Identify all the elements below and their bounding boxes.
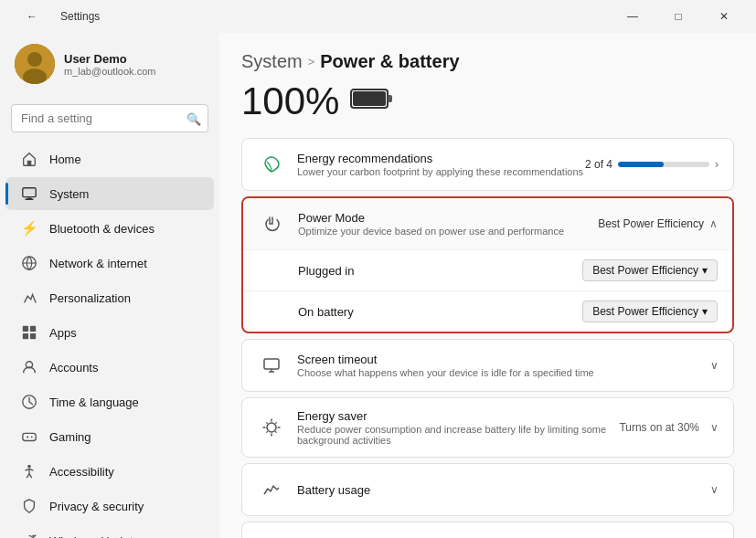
svg-rect-3 — [27, 161, 32, 165]
energy-recommendations-right: 2 of 4 › — [585, 158, 719, 171]
sidebar-item-bluetooth-label: Bluetooth & devices — [49, 222, 154, 236]
svg-rect-23 — [264, 359, 279, 369]
battery-usage-card: Battery usage ∨ — [241, 463, 734, 516]
sidebar-item-bluetooth[interactable]: ⚡ Bluetooth & devices — [5, 212, 214, 245]
energy-saver-icon — [257, 413, 286, 442]
svg-point-19 — [27, 465, 31, 469]
search-box: 🔍 — [11, 104, 208, 132]
sidebar-item-personalization-label: Personalization — [49, 291, 131, 305]
privacy-icon — [20, 497, 38, 515]
accessibility-icon — [20, 462, 38, 480]
progress-fill — [618, 162, 664, 167]
sidebar-item-home[interactable]: Home — [5, 142, 214, 175]
power-mode-text: Power Mode Optimize your device based on… — [298, 211, 598, 237]
energy-recommendations-title: Energy recommendations — [297, 152, 585, 165]
sidebar: User Demo m_lab@outlook.com 🔍 Home — [0, 33, 219, 538]
power-mode-row[interactable]: Power Mode Optimize your device based on… — [243, 198, 732, 249]
svg-rect-12 — [30, 333, 36, 339]
plugged-in-row[interactable]: Plugged in Best Power Efficiency ▾ — [243, 249, 732, 290]
close-button[interactable]: ✕ — [703, 4, 745, 29]
sidebar-item-gaming[interactable]: Gaming — [5, 420, 214, 453]
user-email: m_lab@outlook.com — [64, 66, 205, 77]
screen-timeout-text: Screen timeout Choose what happens when … — [297, 353, 710, 378]
svg-rect-21 — [353, 91, 386, 106]
sidebar-item-system[interactable]: System — [5, 177, 214, 210]
energy-saver-card: Energy saver Reduce power consumption an… — [241, 397, 734, 458]
on-battery-chevron: ▾ — [702, 305, 708, 318]
screen-timeout-desc: Choose what happens when your device is … — [297, 367, 710, 378]
on-battery-value: Best Power Efficiency — [592, 305, 698, 318]
plugged-in-label: Plugged in — [298, 264, 582, 278]
maximize-button[interactable]: □ — [657, 4, 699, 29]
sidebar-item-gaming-label: Gaming — [49, 430, 91, 444]
main-content: System > Power & battery 100% — [219, 33, 756, 538]
sidebar-item-home-label: Home — [49, 153, 81, 166]
svg-point-18 — [31, 437, 33, 438]
energy-count: 2 of 4 — [585, 158, 612, 171]
sidebar-item-time[interactable]: Time & language — [5, 385, 214, 418]
sidebar-item-apps[interactable]: Apps — [5, 316, 214, 349]
on-battery-row[interactable]: On battery Best Power Efficiency ▾ — [243, 290, 732, 332]
apps-icon — [20, 323, 38, 342]
power-mode-title: Power Mode — [298, 211, 598, 225]
title-bar-title: Settings — [60, 10, 100, 23]
energy-saver-row[interactable]: Energy saver Reduce power consumption an… — [242, 398, 733, 457]
plugged-in-dropdown[interactable]: Best Power Efficiency ▾ — [582, 259, 718, 281]
battery-usage-chevron: ∨ — [710, 483, 719, 496]
energy-saver-turns-on: Turns on at 30% — [619, 421, 699, 434]
search-input[interactable] — [11, 104, 208, 132]
svg-rect-11 — [23, 333, 28, 339]
power-mode-chevron: ∧ — [709, 217, 718, 230]
svg-point-26 — [267, 423, 276, 432]
sidebar-item-privacy[interactable]: Privacy & security — [5, 490, 214, 522]
time-icon — [20, 393, 38, 411]
screen-timeout-title: Screen timeout — [297, 353, 710, 366]
sidebar-item-network-label: Network & internet — [49, 257, 147, 270]
energy-recommendations-desc: Lower your carbon footprint by applying … — [297, 166, 585, 177]
title-bar: ← Settings — □ ✕ — [0, 0, 756, 33]
sidebar-item-accounts[interactable]: Accounts — [5, 351, 214, 384]
power-mode-right: Best Power Efficiency ∧ — [598, 217, 718, 230]
avatar-image — [15, 44, 55, 84]
network-icon — [20, 254, 38, 272]
power-button-row[interactable]: Power button controls Choose what happen… — [242, 522, 733, 538]
energy-saver-title: Energy saver — [297, 409, 619, 423]
sidebar-item-accounts-label: Accounts — [49, 361, 98, 374]
sidebar-item-apps-label: Apps — [49, 326, 77, 340]
sidebar-item-update-label: Windows Update — [49, 534, 139, 539]
accounts-icon — [20, 358, 38, 376]
energy-recommendations-row[interactable]: Energy recommendations Lower your carbon… — [242, 139, 733, 190]
battery-usage-row[interactable]: Battery usage ∨ — [242, 464, 733, 515]
bluetooth-icon: ⚡ — [20, 219, 38, 237]
power-mode-card: Power Mode Optimize your device based on… — [241, 196, 734, 333]
back-button[interactable]: ← — [11, 4, 53, 29]
minimize-button[interactable]: — — [612, 4, 654, 29]
user-profile[interactable]: User Demo m_lab@outlook.com — [0, 33, 219, 95]
battery-percent: 100% — [241, 79, 339, 123]
sidebar-item-network[interactable]: Network & internet — [5, 247, 214, 280]
battery-usage-text: Battery usage — [297, 483, 710, 497]
screen-timeout-row[interactable]: Screen timeout Choose what happens when … — [242, 340, 733, 391]
sidebar-item-system-label: System — [49, 187, 89, 201]
breadcrumb-separator: > — [308, 55, 315, 69]
system-icon — [20, 185, 38, 203]
app-container: User Demo m_lab@outlook.com 🔍 Home — [0, 33, 756, 538]
sidebar-item-update[interactable]: Windows Update — [5, 524, 214, 538]
sidebar-item-personalization[interactable]: Personalization — [5, 281, 214, 314]
title-bar-left: ← Settings — [11, 4, 100, 29]
progress-bar — [618, 162, 709, 167]
sidebar-item-time-label: Time & language — [49, 396, 139, 409]
energy-saver-desc: Reduce power consumption and increase ba… — [297, 424, 619, 446]
svg-point-1 — [27, 52, 42, 67]
on-battery-dropdown[interactable]: Best Power Efficiency ▾ — [582, 301, 718, 322]
energy-saver-right: Turns on at 30% ∨ — [619, 421, 719, 434]
energy-saver-chevron: ∨ — [710, 421, 719, 434]
battery-usage-right: ∨ — [710, 483, 719, 496]
sidebar-item-accessibility[interactable]: Accessibility — [5, 455, 214, 488]
screen-timeout-chevron: ∨ — [710, 359, 719, 372]
battery-header: 100% — [241, 79, 734, 123]
on-battery-label: On battery — [298, 305, 582, 319]
svg-rect-4 — [23, 188, 36, 197]
breadcrumb-current: Power & battery — [320, 51, 459, 72]
power-mode-icon — [258, 209, 287, 238]
